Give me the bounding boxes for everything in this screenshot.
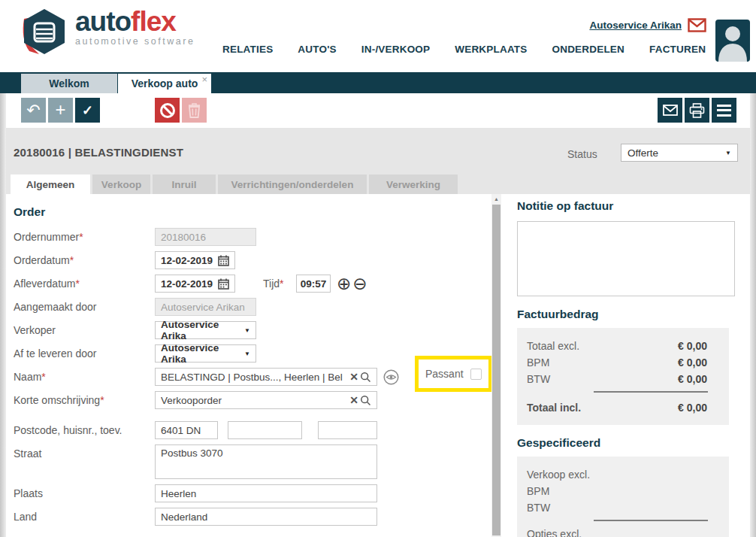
postcode-input[interactable]: 6401 DN [155, 421, 218, 439]
verkoper-label: Verkoper [14, 321, 155, 339]
notitie-textarea[interactable] [517, 221, 735, 296]
row-aangemaakt-door: Aangemaakt door Autoservice Arikan [14, 298, 494, 316]
amount-row: Totaal excl. € 0,00 [517, 338, 729, 354]
nav-item-facturen[interactable]: FACTUREN [649, 44, 706, 55]
tijd-input[interactable]: 09:57 [296, 275, 331, 293]
section-heading-order: Order [14, 205, 494, 219]
header: autoflex automotive software RELATIES AU… [0, 0, 756, 72]
amount-row: BPM € 0,00 [517, 354, 729, 371]
toevoeging-input[interactable] [318, 421, 377, 439]
nav-item-relaties[interactable]: RELATIES [222, 44, 273, 55]
close-tab-icon[interactable]: × [201, 74, 207, 85]
straat-label: Straat [14, 444, 155, 463]
postcode-label: Postcode, huisnr., toev. [14, 421, 155, 439]
status-select[interactable]: Offerte ▼ [621, 144, 738, 162]
chevron-down-icon: ▼ [725, 150, 731, 156]
mail-notification-icon[interactable] [688, 18, 706, 32]
user-avatar[interactable] [715, 20, 750, 62]
undo-button[interactable]: ↶ [21, 98, 46, 123]
print-button[interactable] [685, 98, 709, 123]
factuurbedrag-heading: Factuurbedrag [517, 308, 750, 321]
search-icon[interactable] [360, 395, 371, 406]
tab-verwerking[interactable]: Verwerking [369, 174, 458, 194]
autoflex-logo: autoflex automotive software [20, 8, 195, 56]
naam-label: Naam* [14, 368, 155, 386]
tab-verkoop[interactable]: Verkoop [92, 174, 150, 194]
nav-item-in-verkoop[interactable]: IN-/VERKOOP [361, 44, 430, 55]
clear-icon[interactable]: ✕ [349, 394, 358, 406]
aangemaakt-door-input: Autoservice Arikan [155, 298, 256, 316]
row-naam: Naam* BELASTINGD | Postbus..., Heerlen |… [14, 368, 494, 386]
spec-row: Opties excl. [517, 526, 729, 537]
land-label: Land [14, 508, 155, 526]
verkoper-select[interactable]: Autoservice Arika ▼ [155, 321, 256, 339]
orderdatum-input[interactable]: 12-02-2019 [155, 251, 235, 269]
tab-verrichtingen-onderdelen[interactable]: Verrichtingen/onderdelen [218, 174, 367, 194]
person-icon [715, 20, 750, 62]
tab-inruil[interactable]: Inruil [153, 174, 216, 194]
nav-item-werkplaats[interactable]: WERKPLAATS [455, 44, 527, 55]
scroll-up-icon[interactable]: ▲ [491, 194, 501, 204]
spec-row: BPM [517, 483, 729, 499]
row-land: Land Nederland [14, 508, 494, 526]
afleverdatum-label: Afleverdatum* [14, 275, 155, 293]
order-form: Order Ordernummer* 20180016 Orderdatum* … [14, 194, 494, 531]
tab-verkoop-auto-label: Verkoop auto [132, 77, 198, 90]
save-button[interactable]: ✓ [75, 98, 100, 123]
check-icon: ✓ [82, 104, 93, 117]
eye-icon [383, 369, 399, 385]
user-account-link[interactable]: Autoservice Arikan [589, 20, 682, 31]
korte-omschrijving-label: Korte omschrijving* [14, 391, 155, 409]
straat-textarea[interactable]: Postbus 3070 [155, 444, 377, 479]
naam-input[interactable]: BELASTINGD | Postbus..., Heerlen | Bel ✕ [155, 368, 377, 386]
envelope-icon [663, 105, 678, 116]
nav-item-autos[interactable]: AUTO'S [298, 44, 336, 55]
time-minus-icon[interactable]: ⊖ [352, 275, 367, 293]
land-input[interactable]: Nederland [155, 508, 377, 526]
tab-algemeen[interactable]: Algemeen [11, 174, 90, 194]
right-edge [750, 93, 756, 537]
gespecificeerd-box: Verkoop excl. BPM BTW Opties excl. BPM [517, 457, 729, 537]
row-ordernummer: Ordernummer* 20180016 [14, 228, 494, 246]
tab-welkom[interactable]: Welkom [21, 74, 117, 93]
ordernummer-input: 20180016 [155, 228, 256, 246]
main-content: Order Ordernummer* 20180016 Orderdatum* … [6, 194, 750, 537]
nav-item-onderdelen[interactable]: ONDERDELEN [552, 44, 625, 55]
title-band: 20180016 | BELASTINGDIENST Status Offert… [6, 128, 750, 194]
calendar-icon[interactable] [218, 278, 229, 290]
trash-icon [188, 103, 201, 118]
spec-row: BTW [517, 499, 729, 516]
amount-row: BTW € 0,00 [517, 371, 729, 387]
plaats-input[interactable]: Heerlen [155, 484, 377, 502]
plaats-label: Plaats [14, 484, 155, 502]
add-button[interactable]: + [48, 98, 73, 123]
row-afleverdatum: Afleverdatum* 12-02-2019 Tijd* 09:57 ⊕ ⊖ [14, 275, 494, 293]
afleverdatum-input[interactable]: 12-02-2019 [155, 275, 235, 293]
delete-button[interactable] [182, 98, 207, 123]
row-korte-omschrijving: Korte omschrijving* Verkooporder ✕ [14, 391, 494, 409]
view-relation-button[interactable] [383, 369, 399, 385]
cancel-order-button[interactable] [155, 98, 180, 123]
korte-omschrijving-input[interactable]: Verkooporder ✕ [155, 391, 377, 409]
amount-total-row: Totaal incl. € 0,00 [517, 399, 729, 416]
orderdatum-label: Orderdatum* [14, 251, 155, 269]
block-icon [160, 103, 175, 118]
time-plus-icon[interactable]: ⊕ [337, 275, 351, 293]
huisnummer-input[interactable] [228, 421, 302, 439]
passant-checkbox[interactable] [470, 369, 482, 380]
email-button[interactable] [658, 98, 682, 123]
search-icon[interactable] [360, 372, 371, 383]
calendar-icon[interactable] [218, 255, 229, 266]
clear-icon[interactable]: ✕ [349, 371, 358, 383]
logo-hexagon-icon [20, 8, 69, 56]
scrollbar-thumb[interactable] [492, 205, 500, 535]
af-te-leveren-door-label: Af te leveren door [14, 344, 155, 363]
row-postcode: Postcode, huisnr., toev. 6401 DN [14, 421, 494, 439]
menu-button[interactable] [712, 98, 736, 123]
vertical-scrollbar[interactable]: ▲ [491, 194, 501, 537]
tab-verkoop-auto[interactable]: Verkoop auto × [118, 74, 211, 93]
af-te-leveren-door-select[interactable]: Autoservice Arika ▼ [155, 344, 256, 363]
passant-label: Passant [425, 368, 464, 380]
spec-row: Verkoop excl. [517, 466, 729, 483]
status-label: Status [567, 148, 597, 160]
